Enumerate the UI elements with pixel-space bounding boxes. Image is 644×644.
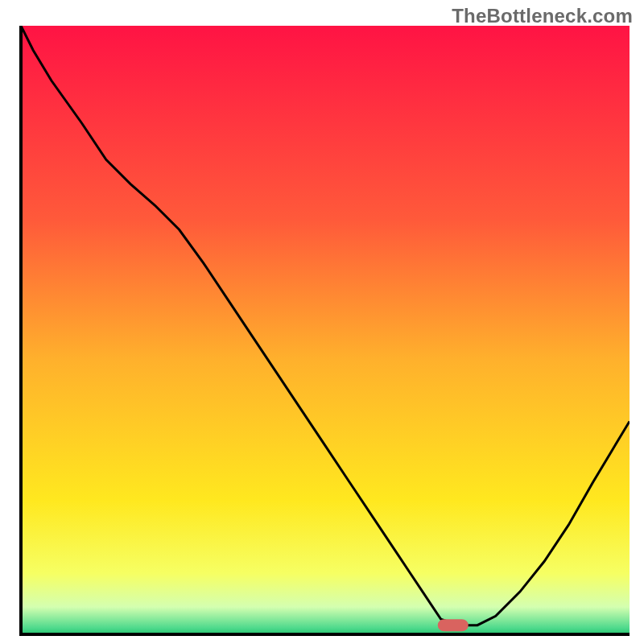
plot-background xyxy=(21,26,630,634)
chart-container: TheBottleneck.com xyxy=(0,0,644,644)
bottleneck-chart xyxy=(0,0,644,644)
optimum-marker xyxy=(438,619,469,631)
watermark-label: TheBottleneck.com xyxy=(452,5,633,27)
